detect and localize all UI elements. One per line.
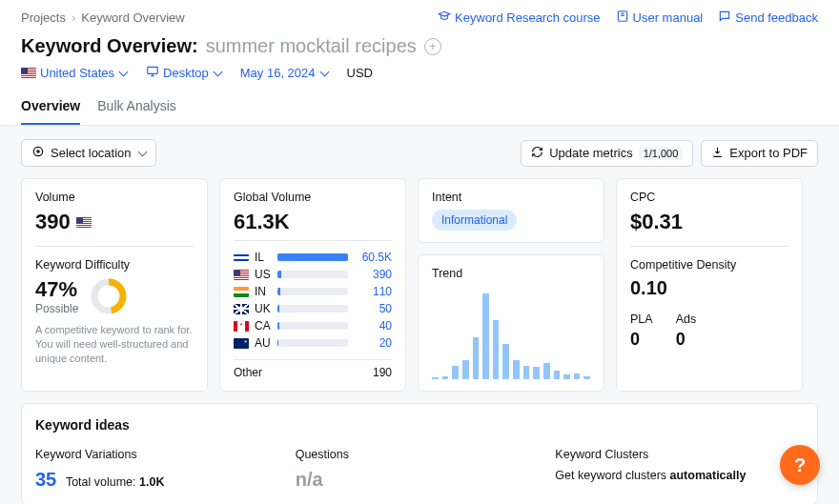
- pla-label: PLA: [630, 312, 653, 326]
- gv-row[interactable]: CA40: [234, 319, 392, 333]
- gv-value: 110: [354, 285, 392, 298]
- us-flag-icon: [234, 270, 249, 280]
- volume-value: 390: [35, 210, 71, 234]
- export-pdf-button[interactable]: Export to PDF: [701, 140, 818, 167]
- variations-label: Keyword Variations: [35, 448, 284, 461]
- trend-bar: [462, 360, 469, 379]
- trend-bar: [473, 337, 480, 379]
- clusters-text-b: automatically: [670, 469, 747, 482]
- gv-value: 60.5K: [354, 251, 392, 264]
- trend-bar: [452, 366, 459, 379]
- intent-pill: Informational: [432, 210, 517, 231]
- chevron-down-icon: [213, 68, 222, 77]
- gv-bar: [277, 271, 348, 278]
- trend-bar: [563, 374, 570, 380]
- variations-count[interactable]: 35: [35, 469, 56, 491]
- ads-label: Ads: [676, 312, 697, 326]
- uk-flag-icon: [234, 304, 249, 314]
- kd-donut-icon: [90, 277, 128, 315]
- au-flag-icon: [234, 338, 249, 349]
- trend-bar: [432, 377, 439, 379]
- gv-row[interactable]: IN110: [234, 285, 392, 298]
- gv-country-code: AU: [255, 336, 271, 350]
- help-fab-button[interactable]: ?: [780, 445, 820, 485]
- feedback-link-label: Send feedback: [735, 10, 818, 25]
- currency-label: USD: [347, 66, 373, 80]
- trend-card: Trend: [418, 254, 604, 392]
- trend-label: Trend: [432, 267, 590, 280]
- trend-bar: [482, 293, 489, 379]
- gv-other-label: Other: [234, 366, 262, 379]
- chevron-down-icon: [137, 148, 147, 157]
- add-keyword-button[interactable]: +: [424, 38, 441, 55]
- chevron-right-icon: ›: [72, 10, 75, 25]
- gv-other-value: 190: [373, 366, 392, 379]
- manual-link-label: User manual: [633, 10, 704, 25]
- variations-sub-b: 1.0K: [139, 475, 164, 489]
- manual-link[interactable]: User manual: [616, 10, 704, 26]
- gv-row[interactable]: IL60.5K: [234, 251, 392, 264]
- gv-value: 20: [354, 336, 392, 350]
- feedback-link[interactable]: Send feedback: [718, 10, 818, 26]
- breadcrumb-current: Keyword Overview: [81, 10, 184, 25]
- gv-value: 390: [354, 268, 392, 281]
- global-volume-card: Global Volume 61.3K IL60.5KUS390IN110UK5…: [219, 178, 406, 392]
- in-flag-icon: [234, 287, 249, 297]
- clusters-label: Keyword Clusters: [555, 448, 804, 461]
- update-metrics-button[interactable]: Update metrics 1/1,000: [521, 140, 693, 167]
- location-pin-icon: [31, 145, 45, 161]
- trend-bar: [583, 376, 590, 379]
- trend-bar: [502, 344, 509, 379]
- trend-bar: [574, 373, 581, 379]
- country-filter[interactable]: United States: [21, 66, 127, 80]
- density-value: 0.10: [630, 277, 788, 299]
- keyword-ideas-card: Keyword ideas Keyword Variations 35 Tota…: [21, 403, 818, 504]
- breadcrumb-projects-link[interactable]: Projects: [21, 10, 66, 25]
- plus-icon: +: [429, 39, 437, 53]
- gv-row[interactable]: US390: [234, 268, 392, 281]
- kd-sub: Possible: [35, 302, 78, 315]
- trend-bar: [513, 360, 520, 379]
- tab-overview[interactable]: Overview: [21, 92, 80, 125]
- cpc-value: $0.31: [630, 210, 788, 234]
- trend-chart: [432, 286, 590, 379]
- ca-flag-icon: [234, 321, 249, 332]
- refresh-icon: [531, 146, 543, 161]
- global-volume-label: Global Volume: [234, 191, 392, 204]
- gv-country-code: CA: [255, 319, 271, 333]
- kd-value: 47%: [35, 277, 78, 302]
- tab-bulk-analysis[interactable]: Bulk Analysis: [97, 92, 175, 125]
- trend-bar: [523, 366, 530, 379]
- intent-label: Intent: [432, 191, 590, 204]
- gv-bar: [277, 253, 348, 261]
- trend-bar: [543, 363, 550, 379]
- date-filter-label: May 16, 2024: [240, 66, 316, 80]
- svg-rect-1: [148, 67, 158, 73]
- questions-value: n/a: [296, 469, 544, 491]
- gv-row[interactable]: UK50: [234, 302, 392, 315]
- volume-label: Volume: [35, 191, 194, 204]
- cpc-label: CPC: [630, 191, 788, 204]
- country-filter-label: United States: [40, 66, 114, 80]
- course-link[interactable]: Keyword Research course: [438, 10, 600, 26]
- global-volume-value: 61.3K: [234, 210, 392, 234]
- gv-value: 40: [354, 319, 392, 333]
- select-location-dropdown[interactable]: Select location: [21, 139, 156, 167]
- gv-row[interactable]: AU20: [234, 336, 392, 350]
- density-label: Competitive Density: [630, 258, 788, 272]
- page-title-label: Keyword Overview:: [21, 35, 198, 57]
- gv-bar: [277, 305, 348, 312]
- date-filter[interactable]: May 16, 2024: [240, 66, 328, 80]
- chat-icon: [718, 10, 731, 26]
- gv-country-code: UK: [255, 302, 271, 315]
- svg-point-3: [37, 151, 39, 152]
- course-link-label: Keyword Research course: [455, 10, 600, 25]
- gv-country-code: IN: [255, 285, 266, 298]
- us-flag-icon: [76, 217, 92, 228]
- chevron-down-icon: [119, 68, 129, 77]
- chevron-down-icon: [319, 68, 329, 77]
- book-icon: [616, 10, 629, 26]
- device-filter[interactable]: Desktop: [146, 65, 221, 81]
- gv-bar: [277, 322, 348, 330]
- export-icon: [711, 146, 724, 161]
